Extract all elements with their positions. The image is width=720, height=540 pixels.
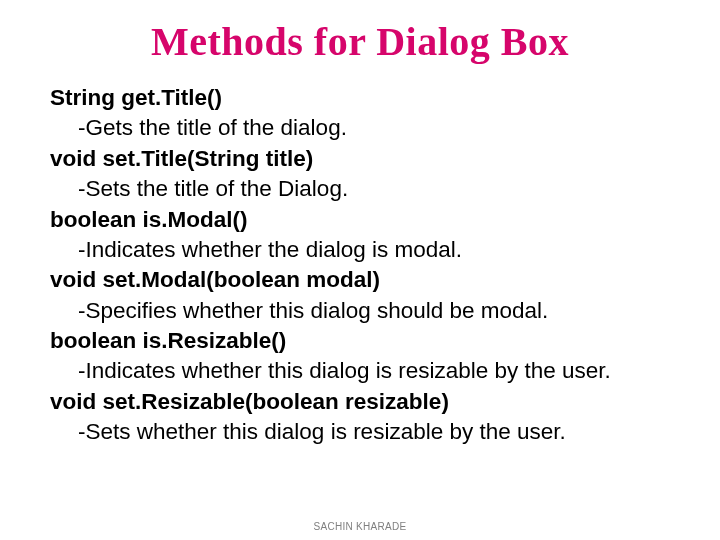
content-body: String get.Title() -Gets the title of th… <box>50 83 670 448</box>
footer-author: SACHIN KHARADE <box>0 521 720 532</box>
method-description: -Indicates whether the dialog is modal. <box>50 235 670 265</box>
method-signature: void set.Modal(boolean modal) <box>50 265 670 295</box>
method-description: -Specifies whether this dialog should be… <box>50 296 670 326</box>
method-signature: boolean is.Resizable() <box>50 326 670 356</box>
method-description: -Gets the title of the dialog. <box>50 113 670 143</box>
page-title: Methods for Dialog Box <box>50 18 670 65</box>
slide: Methods for Dialog Box String get.Title(… <box>0 0 720 448</box>
method-description: -Sets whether this dialog is resizable b… <box>50 417 670 447</box>
method-description: -Sets the title of the Dialog. <box>50 174 670 204</box>
method-description: -Indicates whether this dialog is resiza… <box>50 356 670 386</box>
method-signature: boolean is.Modal() <box>50 205 670 235</box>
method-signature: String get.Title() <box>50 83 670 113</box>
method-signature: void set.Resizable(boolean resizable) <box>50 387 670 417</box>
method-signature: void set.Title(String title) <box>50 144 670 174</box>
